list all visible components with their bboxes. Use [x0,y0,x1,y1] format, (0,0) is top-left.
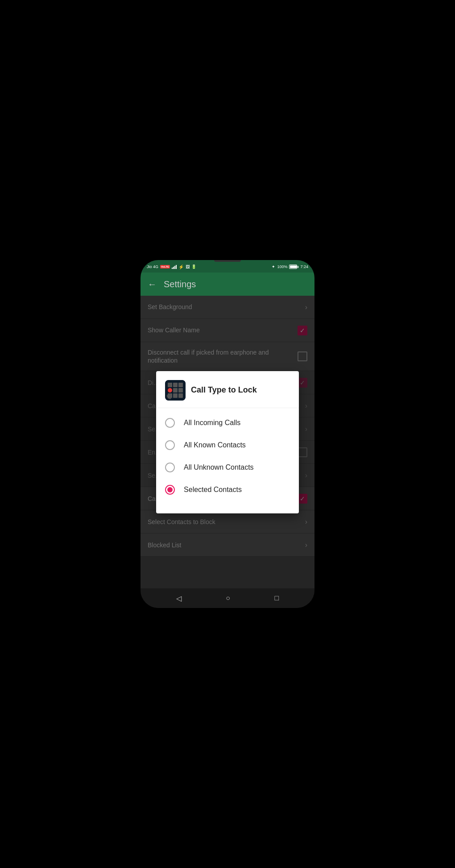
usb-icon: ⚡ [178,265,184,269]
bottom-nav: ◁ ○ □ [141,588,314,608]
radio-button-all-known[interactable] [165,440,175,450]
image-icon: 🖼 [186,265,190,269]
battery-indicator [289,265,298,269]
back-button[interactable]: ← [148,279,157,289]
status-right: ✦ 100% 7:24 [272,265,308,269]
radio-option-all-incoming[interactable]: All Incoming Calls [156,412,299,434]
call-type-dialog: 📞 Call Type to Lock All Incoming Calls [156,371,299,513]
status-left: Jio 4G VoLTE ⚡ 🖼 🔋 [147,265,196,269]
radio-inner-selected [167,487,173,492]
radio-button-all-unknown[interactable] [165,463,175,472]
radio-label-all-known: All Known Contacts [184,441,246,449]
signal-bars-icon [172,265,177,269]
app-icon: 📞 [165,380,186,401]
app-header: ← Settings [141,273,314,296]
nav-recents-button[interactable]: □ [275,594,279,602]
radio-label-all-incoming: All Incoming Calls [184,419,240,427]
dialog-overlay: 📞 Call Type to Lock All Incoming Calls [141,296,314,588]
phone-inner: Jio 4G VoLTE ⚡ 🖼 🔋 ✦ 100% [141,260,314,608]
radio-option-all-known[interactable]: All Known Contacts [156,434,299,456]
dialog-options: All Incoming Calls All Known Contacts Al… [156,408,299,504]
radio-label-selected-contacts: Selected Contacts [184,486,242,494]
notch [214,260,241,262]
radio-button-selected-contacts[interactable] [165,485,175,495]
dialog-title: Call Type to Lock [191,385,257,395]
battery-icon-small: 🔋 [191,265,196,269]
radio-label-all-unknown: All Unknown Contacts [184,463,254,471]
dialog-header: 📞 Call Type to Lock [156,380,299,408]
nav-home-button[interactable]: ○ [226,594,230,602]
nav-back-button[interactable]: ◁ [176,594,182,603]
status-bar: Jio 4G VoLTE ⚡ 🖼 🔋 ✦ 100% [141,260,314,273]
carrier-text: Jio 4G [147,265,158,269]
settings-content: Set Background › Show Caller Name ✓ Disc… [141,296,314,588]
battery-percent: 100% [277,265,287,269]
volte-badge: VoLTE [160,265,170,269]
radio-option-selected-contacts[interactable]: Selected Contacts [156,479,299,501]
bluetooth-icon: ✦ [272,265,275,269]
time-display: 7:24 [300,265,308,269]
page-title: Settings [164,279,196,289]
radio-button-all-incoming[interactable] [165,418,175,428]
phone-frame: Jio 4G VoLTE ⚡ 🖼 🔋 ✦ 100% [141,260,314,608]
radio-option-all-unknown[interactable]: All Unknown Contacts [156,456,299,479]
